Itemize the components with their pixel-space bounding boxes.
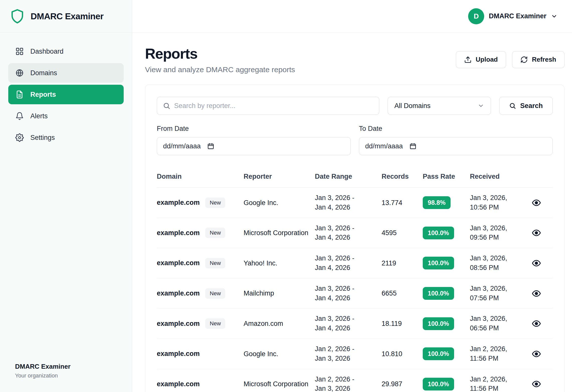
to-date-input[interactable]: dd/mm/aaaa (359, 137, 553, 155)
sidebar-item-label: Domains (30, 69, 57, 77)
table-row: example.com New Yahoo! Inc. Jan 3, 2026 … (157, 248, 553, 278)
app-title: DMARC Examiner (31, 11, 104, 21)
view-report-button[interactable] (530, 257, 543, 269)
page-title: Reports (145, 45, 295, 62)
reporter-cell: Amazon.com (244, 319, 311, 328)
refresh-button[interactable]: Refresh (512, 51, 564, 68)
new-badge: New (205, 198, 225, 208)
reports-table: Domain Reporter Date Range Records Pass … (157, 173, 553, 392)
new-badge: New (205, 228, 225, 238)
records-cell: 10.810 (382, 349, 419, 358)
calendar-icon[interactable] (207, 143, 214, 150)
refresh-icon (520, 56, 528, 63)
sidebar-item-label: Reports (30, 91, 56, 99)
pass-rate-badge: 100.0% (423, 257, 454, 269)
table-header: Domain Reporter Date Range Records Pass … (157, 173, 553, 188)
main-area: D DMARC Examiner Reports View and analyz… (132, 0, 572, 392)
reporter-cell: Mailchimp (244, 289, 311, 298)
sidebar-footer: DMARC Examiner Your organization (0, 353, 132, 392)
table-row: example.com New Amazon.com Jan 3, 2026 -… (157, 309, 553, 339)
sidebar-item-dashboard[interactable]: Dashboard (8, 42, 124, 61)
date-filter-row: From Date dd/mm/aaaa To Date dd/mm/aaaa (157, 125, 553, 155)
page-content: Reports View and analyze DMARC aggregate… (132, 33, 572, 392)
eye-icon (532, 319, 541, 328)
view-report-button[interactable] (530, 317, 543, 330)
eye-icon (532, 258, 541, 268)
new-badge: New (205, 288, 225, 299)
reporter-cell: Google Inc. (244, 349, 311, 358)
date-range-cell: Jan 2, 2026 -Jan 3, 2026 (315, 375, 378, 392)
pass-rate-badge: 100.0% (423, 227, 454, 239)
received-cell: Jan 3, 2026,07:56 PM (470, 284, 524, 303)
view-report-button[interactable] (530, 227, 543, 239)
sidebar-item-domains[interactable]: Domains (8, 63, 124, 83)
page-header: Reports View and analyze DMARC aggregate… (145, 45, 564, 74)
eye-icon (532, 198, 541, 208)
records-cell: 4595 (382, 228, 419, 237)
from-date-input[interactable]: dd/mm/aaaa (157, 137, 351, 155)
new-badge: New (205, 258, 225, 268)
org-name: DMARC Examiner (15, 363, 117, 370)
eye-icon (532, 228, 541, 238)
records-cell: 13.774 (382, 198, 419, 207)
pass-rate-badge: 100.0% (423, 347, 454, 360)
view-report-button[interactable] (530, 378, 543, 390)
table-row: example.com Google Inc. Jan 2, 2026 -Jan… (157, 339, 553, 369)
column-header-date-range: Date Range (315, 173, 378, 180)
search-icon (509, 102, 516, 109)
pass-rate-badge: 100.0% (423, 378, 454, 390)
domain-cell: example.com (157, 289, 200, 297)
domain-cell: example.com (157, 199, 200, 207)
dashboard-grid-icon (15, 47, 24, 56)
reporter-cell: Google Inc. (244, 198, 311, 207)
date-range-cell: Jan 3, 2026 -Jan 4, 2026 (315, 314, 378, 333)
search-button[interactable]: Search (499, 97, 553, 115)
chevron-down-icon (478, 103, 484, 109)
received-cell: Jan 3, 2026,09:56 PM (470, 224, 524, 243)
sidebar-item-alerts[interactable]: Alerts (8, 106, 124, 126)
reporter-cell: Microsoft Corporation (244, 228, 311, 237)
sidebar-item-label: Dashboard (30, 48, 63, 55)
records-cell: 18.119 (382, 319, 419, 328)
eye-icon (532, 289, 541, 298)
document-icon (15, 90, 24, 99)
pass-rate-badge: 100.0% (423, 287, 454, 300)
column-header-records: Records (382, 173, 419, 180)
domain-cell: example.com (157, 229, 200, 237)
sidebar-item-label: Alerts (30, 112, 48, 120)
calendar-icon[interactable] (409, 143, 416, 150)
view-report-button[interactable] (530, 287, 543, 300)
user-menu[interactable]: D DMARC Examiner (468, 8, 557, 24)
upload-button[interactable]: Upload (456, 51, 506, 68)
eye-icon (532, 379, 541, 389)
domain-cell: example.com (157, 350, 200, 358)
header-actions: Upload Refresh (456, 51, 564, 68)
date-range-cell: Jan 3, 2026 -Jan 4, 2026 (315, 284, 378, 303)
sidebar-item-reports[interactable]: Reports (8, 85, 124, 104)
domain-filter-select[interactable]: All Domains (388, 97, 491, 115)
view-report-button[interactable] (530, 348, 543, 360)
from-date-label: From Date (157, 125, 351, 133)
bell-icon (15, 112, 24, 120)
received-cell: Jan 3, 2026,08:56 PM (470, 254, 524, 273)
date-range-cell: Jan 3, 2026 -Jan 4, 2026 (315, 224, 378, 243)
view-report-button[interactable] (530, 197, 543, 209)
sidebar-logo: DMARC Examiner (0, 0, 132, 33)
new-badge: New (205, 318, 225, 329)
column-header-pass-rate: Pass Rate (423, 173, 466, 180)
domain-cell: example.com (157, 380, 200, 388)
records-cell: 29.987 (382, 379, 419, 388)
received-cell: Jan 2, 2026,11:56 PM (470, 375, 524, 392)
column-header-domain: Domain (157, 173, 240, 180)
table-body: example.com New Google Inc. Jan 3, 2026 … (157, 188, 553, 392)
sidebar: DMARC Examiner Dashboard Domains (0, 0, 132, 392)
sidebar-item-label: Settings (30, 134, 55, 142)
search-wrap (157, 97, 379, 115)
chevron-down-icon (551, 13, 557, 20)
upload-icon (464, 56, 472, 63)
search-input[interactable] (157, 97, 379, 115)
filter-row: All Domains Search (157, 97, 553, 115)
sidebar-item-settings[interactable]: Settings (8, 128, 124, 147)
column-header-reporter: Reporter (244, 173, 311, 180)
records-cell: 2119 (382, 259, 419, 268)
